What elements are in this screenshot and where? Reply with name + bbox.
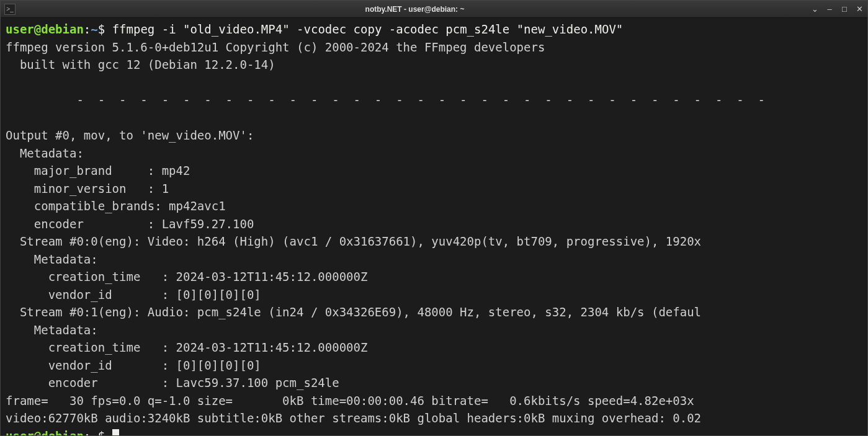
output-line: major_brand : mp42 bbox=[6, 162, 862, 180]
terminal-body[interactable]: user@debian:~$ ffmpeg -i "old_video.MP4"… bbox=[1, 18, 867, 435]
close-button[interactable]: ✕ bbox=[855, 4, 864, 14]
titlebar[interactable]: >_ notby.NET - user@debian: ~ ⌄ – □ ✕ bbox=[1, 1, 867, 18]
terminal-window: >_ notby.NET - user@debian: ~ ⌄ – □ ✕ us… bbox=[0, 0, 868, 436]
output-line: Stream #0:1(eng): Audio: pcm_s24le (in24… bbox=[6, 303, 862, 321]
output-line: vendor_id : [0][0][0][0] bbox=[6, 286, 862, 304]
terminal-icon: >_ bbox=[4, 4, 16, 15]
prompt-path: ~ bbox=[91, 22, 97, 36]
prompt-sep: : bbox=[84, 22, 91, 36]
prompt-dollar: $ bbox=[98, 429, 105, 436]
output-line: vendor_id : [0][0][0][0] bbox=[6, 357, 862, 375]
output-line: - - - - - - - - - - - - - - - - - - - - … bbox=[6, 91, 862, 109]
output-line: frame= 30 fps=0.0 q=-1.0 size= 0kB time=… bbox=[6, 392, 862, 410]
window-title: notby.NET - user@debian: ~ bbox=[19, 5, 810, 14]
maximize-button[interactable]: □ bbox=[840, 4, 849, 14]
output-line: Output #0, mov, to 'new_video.MOV': bbox=[6, 127, 862, 145]
output-line: minor_version : 1 bbox=[6, 180, 862, 198]
output-line: encoder : Lavc59.37.100 pcm_s24le bbox=[6, 374, 862, 392]
dropdown-icon[interactable]: ⌄ bbox=[810, 4, 819, 14]
output-line: ffmpeg version 5.1.6-0+deb12u1 Copyright… bbox=[6, 38, 862, 56]
output-line: video:62770kB audio:3240kB subtitle:0kB … bbox=[6, 409, 862, 427]
output-line: creation_time : 2024-03-12T11:45:12.0000… bbox=[6, 339, 862, 357]
prompt-dollar: $ bbox=[98, 22, 105, 36]
output-line: Stream #0:0(eng): Video: h264 (High) (av… bbox=[6, 233, 862, 251]
output-line: Metadata: bbox=[6, 321, 862, 339]
cursor bbox=[112, 429, 119, 436]
prompt-user-host: user@debian bbox=[6, 429, 84, 436]
output-line: built with gcc 12 (Debian 12.2.0-14) bbox=[6, 56, 862, 74]
prompt-sep: : bbox=[84, 429, 91, 436]
command-text: ffmpeg -i "old_video.MP4" -vcodec copy -… bbox=[112, 22, 624, 36]
output-line: compatible_brands: mp42avc1 bbox=[6, 197, 862, 215]
prompt-user-host: user@debian bbox=[6, 22, 84, 36]
prompt-path: ~ bbox=[91, 429, 97, 436]
output-line: creation_time : 2024-03-12T11:45:12.0000… bbox=[6, 268, 862, 286]
window-controls: ⌄ – □ ✕ bbox=[810, 4, 864, 14]
output-line: Metadata: bbox=[6, 251, 862, 269]
output-line: encoder : Lavf59.27.100 bbox=[6, 215, 862, 233]
minimize-button[interactable]: – bbox=[825, 4, 834, 14]
output-line: Metadata: bbox=[6, 145, 862, 162]
